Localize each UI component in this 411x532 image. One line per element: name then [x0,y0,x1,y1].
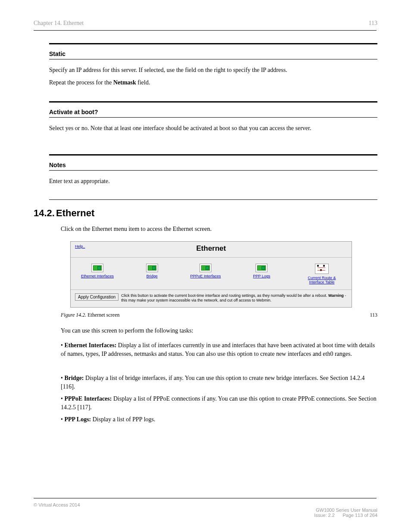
ss-link-ethernet[interactable]: Ethernet Interfaces [81,274,114,278]
page-number-top: 113 [369,20,377,27]
box-static-p2-bold: Netmask [113,79,136,86]
ss-title: Ethernet [75,244,347,253]
intro-paragraph: Click on the Ethernet menu item to acces… [61,225,377,233]
ss-item-ethernet[interactable]: Ethernet Interfaces [81,264,114,284]
box-body-notes: Enter text as appropriate. [49,171,377,199]
box-label-static: Static [49,44,377,59]
list-item-pppoe: • PPPoE Interfaces: Display a list of PP… [61,395,377,412]
section-number: 14.2. [34,208,56,219]
ss-header: Help.. Ethernet [71,242,352,258]
li2-rest: Display a list of bridge interfaces, if … [61,375,364,390]
footer-copyright: © Virtual Access 2014 [34,502,80,507]
nic-icon [91,264,103,272]
apply-text-bold: Warning [328,293,344,298]
nic-icon [255,264,268,272]
ss-link-pppoe[interactable]: PPPoE Interfaces [190,274,221,278]
box-body-activate: Select yes or no. Note that at least one… [49,118,377,146]
box-body-static: Specify an IP address for this server. I… [49,59,377,101]
footer-right: GW1000 Series User Manual Issue: 2.2 Pag… [314,502,377,518]
list-item-ppplogs: • PPP Logs: Display a list of PPP logs. [61,415,377,424]
ss-item-ppplogs[interactable]: PPP Logs [253,264,270,284]
figure-page-number: 113 [370,312,377,318]
help-link[interactable]: Help.. [75,244,85,249]
ss-item-route[interactable]: Current Route & Interface Table [302,264,341,284]
section-title: Ethernet [56,208,94,218]
route-table-icon [315,264,329,274]
li1-bold: Ethernet Interfaces: [64,342,116,348]
ethernet-screenshot: Help.. Ethernet Ethernet Interfaces Brid… [70,241,352,308]
box-notes-p: Enter text as appropriate. [49,177,377,186]
list-item-bridge: • Bridge: Display a list of bridge inter… [61,374,377,392]
box-label-notes: Notes [49,156,377,170]
ss-link-route[interactable]: Current Route & Interface Table [308,276,336,284]
ss-link-bridge[interactable]: Bridge [146,274,158,278]
footer-rule [34,498,377,498]
apply-configuration-button[interactable]: Apply Configuration [75,293,118,301]
nic-icon [199,264,212,272]
box-label-activate: Activate at boot? [49,103,377,117]
box-static-p1: Specify an IP address for this server. I… [49,66,377,75]
nic-icon [146,264,158,272]
tasks-intro: You can use this screen to perform the f… [61,327,377,335]
li3-bold: PPPoE Interfaces: [64,395,112,402]
li2-bold: Bridge: [64,375,84,381]
list-item-ethernet: • Ethernet Interfaces: Display a list of… [61,341,377,359]
box-static-p2-post: field. [136,79,150,86]
figure-label-italic: Figure 14.2. [61,312,87,318]
section-heading: 14.2.Ethernet [34,208,94,219]
ss-item-bridge[interactable]: Bridge [146,264,158,284]
ss-link-ppplogs[interactable]: PPP Logs [253,274,270,278]
ss-icon-row: Ethernet Interfaces Bridge PPPoE Interfa… [71,258,352,290]
ss-apply-row: Apply Configuration Click this button to… [71,290,352,307]
li4-bold: PPP Logs: [64,416,91,423]
box-static-p2: Repeat the process for the Netmask field… [49,79,377,87]
box-rule-bottom [49,199,377,200]
apply-warning-text: Click this button to activate the curren… [121,293,347,303]
figure-label-rest: Ethernet screen [87,312,119,318]
box-activate-p: Select yes or no. Note that at least one… [49,124,377,133]
apply-text-pre: Click this button to activate the curren… [121,293,328,298]
chapter-title: Chapter 14. Ethernet [34,20,84,27]
figure-label: Figure 14.2. Ethernet screen [61,312,120,318]
footer-right-suffix: of 264 [363,513,377,518]
header-rule [34,30,377,31]
ss-item-pppoe[interactable]: PPPoE Interfaces [190,264,221,284]
box-static-p2-pre: Repeat the process for the [49,79,113,86]
footer-right-page: 113 [355,513,363,518]
li4-rest: Display a list of PPP logs. [91,416,155,423]
